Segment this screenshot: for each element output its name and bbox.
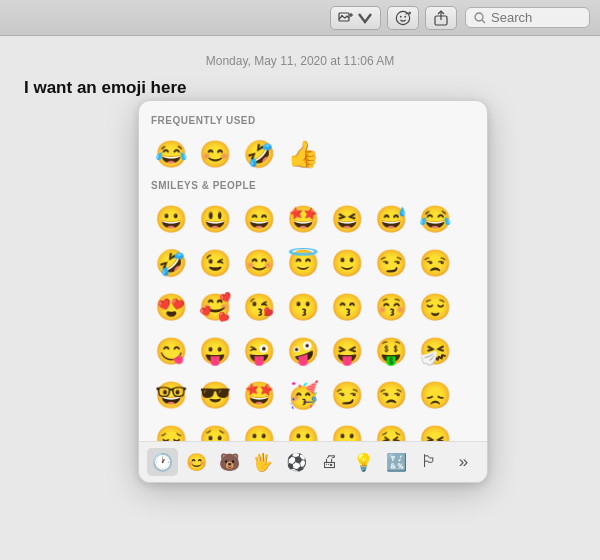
- emoji-cell[interactable]: 😍: [149, 285, 193, 329]
- category-button-animals[interactable]: 🐻: [214, 448, 245, 476]
- emoji-cell[interactable]: 😂: [149, 132, 193, 176]
- search-icon: [474, 12, 486, 24]
- emoji-cell[interactable]: 😕: [237, 417, 281, 441]
- emoji-button[interactable]: +: [387, 6, 419, 30]
- photos-button[interactable]: [330, 6, 381, 30]
- emoji-cell[interactable]: 😖: [413, 417, 457, 441]
- emoji-cell[interactable]: 😙: [325, 285, 369, 329]
- emoji-cell[interactable]: 😗: [281, 285, 325, 329]
- emoji-cell[interactable]: 😣: [369, 417, 413, 441]
- photos-icon: [338, 10, 354, 26]
- emoji-cell[interactable]: 😟: [193, 417, 237, 441]
- emoji-cell[interactable]: 😒: [413, 241, 457, 285]
- emoji-cell[interactable]: 🙁: [281, 417, 325, 441]
- category-button-objects[interactable]: 💡: [347, 448, 378, 476]
- emoji-cell[interactable]: 🤣: [237, 132, 281, 176]
- emoji-cell[interactable]: 😏: [325, 373, 369, 417]
- emoji-cell[interactable]: 😆: [325, 197, 369, 241]
- section-label: SMILEYS & PEOPLE: [151, 180, 479, 191]
- category-button-food[interactable]: 🖐: [247, 448, 278, 476]
- message-text: I want an emoji here: [24, 78, 576, 98]
- search-box[interactable]: [465, 7, 590, 28]
- emoji-cell[interactable]: 😜: [237, 329, 281, 373]
- emoji-cell[interactable]: 😎: [193, 373, 237, 417]
- emoji-cell[interactable]: 🤩: [281, 197, 325, 241]
- emoji-cell[interactable]: 😊: [193, 132, 237, 176]
- emoji-cell[interactable]: 😝: [325, 329, 369, 373]
- emoji-cell[interactable]: 😄: [237, 197, 281, 241]
- emoji-row: 😀😃😄🤩😆😅😂🤣😉😊😇🙂😏😒😍🥰😘😗😙😚😌😋😛😜🤪😝🤑🤧🤓😎🤩🥳😏😒😞😔😟😕🙁☹…: [149, 197, 479, 441]
- emoji-picker-scroll[interactable]: FREQUENTLY USED😂😊🤣👍SMILEYS & PEOPLE😀😃😄🤩😆…: [139, 101, 487, 441]
- emoji-cell[interactable]: 😛: [193, 329, 237, 373]
- share-button[interactable]: [425, 6, 457, 30]
- emoji-picker: FREQUENTLY USED😂😊🤣👍SMILEYS & PEOPLE😀😃😄🤩😆…: [138, 100, 488, 483]
- dropdown-icon: [357, 10, 373, 26]
- emoji-cell[interactable]: 🤑: [369, 329, 413, 373]
- toolbar-icons: +: [330, 6, 457, 30]
- toolbar: +: [0, 0, 600, 36]
- search-input[interactable]: [491, 10, 581, 25]
- emoji-cell[interactable]: 🤣: [149, 241, 193, 285]
- category-button-symbols[interactable]: 🔣: [381, 448, 412, 476]
- category-button-recent[interactable]: 🕐: [147, 448, 178, 476]
- emoji-cell[interactable]: 😃: [193, 197, 237, 241]
- emoji-cell[interactable]: 😇: [281, 241, 325, 285]
- svg-point-5: [404, 15, 406, 17]
- emoji-cell[interactable]: 🙂: [325, 241, 369, 285]
- emoji-cell[interactable]: 🤧: [413, 329, 457, 373]
- emoji-cell[interactable]: 👍: [281, 132, 325, 176]
- emoji-cell[interactable]: ☹️: [325, 417, 369, 441]
- emoji-cell[interactable]: 🤓: [149, 373, 193, 417]
- category-button-smileys[interactable]: 😊: [180, 448, 211, 476]
- category-button-more[interactable]: »: [448, 448, 479, 476]
- svg-point-4: [400, 15, 402, 17]
- date-label: Monday, May 11, 2020 at 11:06 AM: [24, 54, 576, 68]
- section-label: FREQUENTLY USED: [151, 115, 479, 126]
- emoji-category-bar: 🕐😊🐻🖐⚽🖨💡🔣🏳»: [139, 441, 487, 482]
- emoji-cell[interactable]: 😞: [413, 373, 457, 417]
- emoji-cell[interactable]: 🥳: [281, 373, 325, 417]
- emoji-cell[interactable]: 😏: [369, 241, 413, 285]
- emoji-cell[interactable]: 😒: [369, 373, 413, 417]
- emoji-cell[interactable]: 😂: [413, 197, 457, 241]
- emoji-cell[interactable]: 😚: [369, 285, 413, 329]
- category-button-activities[interactable]: ⚽: [281, 448, 312, 476]
- emoji-cell[interactable]: 😀: [149, 197, 193, 241]
- emoji-cell[interactable]: 😌: [413, 285, 457, 329]
- emoji-cell[interactable]: 😋: [149, 329, 193, 373]
- emoji-cell[interactable]: 🤪: [281, 329, 325, 373]
- emoji-cell[interactable]: 🤩: [237, 373, 281, 417]
- emoji-cell[interactable]: 🥰: [193, 285, 237, 329]
- emoji-cell[interactable]: 😊: [237, 241, 281, 285]
- category-button-travel[interactable]: 🖨: [314, 448, 345, 476]
- emoji-cell[interactable]: 😅: [369, 197, 413, 241]
- emoji-cell[interactable]: 😘: [237, 285, 281, 329]
- emoji-cell[interactable]: 😔: [149, 417, 193, 441]
- svg-point-1: [341, 15, 343, 17]
- emoji-row: 😂😊🤣👍: [149, 132, 479, 176]
- svg-point-10: [475, 13, 483, 21]
- svg-line-11: [482, 20, 485, 23]
- emoji-cell[interactable]: 😉: [193, 241, 237, 285]
- share-icon: [433, 10, 449, 26]
- category-button-flags[interactable]: 🏳: [414, 448, 445, 476]
- emoji-icon: +: [395, 10, 411, 26]
